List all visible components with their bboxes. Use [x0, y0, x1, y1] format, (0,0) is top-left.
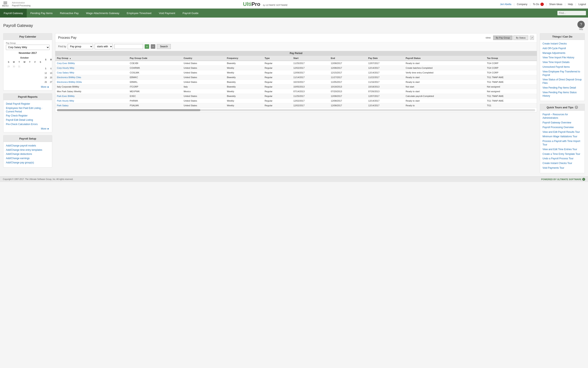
tour-link-1[interactable]: Payroll Gateway Overview — [542, 121, 582, 124]
horizontal-scrollbar[interactable] — [57, 109, 535, 111]
cal-day[interactable] — [38, 64, 43, 69]
thing-link-9[interactable]: View Pending Pay Items Status History — [542, 91, 582, 98]
nav-item-payroll-gateway[interactable]: Payroll Gateway — [0, 9, 27, 18]
tour-link-6[interactable]: View and Edit Time Entries Tour — [542, 148, 582, 151]
table-cell: Not start — [404, 84, 485, 89]
pay-group-link[interactable]: Park Salary — [57, 104, 69, 107]
pay-group-link[interactable]: Corp Salary Wkly — [57, 71, 74, 74]
table-scroll[interactable]: Pay Group ▲ Pay Group Code Country Frequ… — [55, 56, 537, 108]
powered-by-icon: i — [582, 178, 585, 181]
cal-day[interactable]: 30 — [11, 64, 17, 69]
setup-link-5[interactable]: Add/Change pay group(s) — [6, 161, 50, 165]
thing-link-2[interactable]: Manage Adjustments — [542, 51, 582, 55]
setup-link-2[interactable]: Add/Change time entry templates — [6, 148, 50, 152]
breadcrumb: Administration Payroll Processing — [12, 1, 30, 7]
pay-group-link[interactable]: Park Exec BiWkly — [57, 95, 75, 97]
col-payroll-status[interactable]: Payroll Status — [404, 56, 485, 61]
tour-link-3[interactable]: View and Edit Payroll Results Tour — [542, 130, 582, 134]
pay-group-link[interactable]: Electronics BiWkly DDAs — [57, 81, 82, 83]
setup-link-1[interactable]: Add/Change payroll models — [6, 144, 50, 147]
pay-group-link[interactable]: Corp Exec BiWkly — [57, 62, 75, 64]
menu-button[interactable]: MENU — [2, 2, 9, 7]
pay-group-select[interactable]: Corp Salary Wkly — [6, 45, 50, 50]
thing-link-4[interactable]: View Time Import Details — [542, 61, 582, 64]
nav-item-retroactive[interactable]: Retroactive Pay — [56, 9, 83, 18]
tour-link-8[interactable]: Undo a Payroll Process Tour — [542, 157, 582, 160]
col-pay-date[interactable]: Pay Date — [367, 56, 404, 61]
col-pay-group-code[interactable]: Pay Group Code — [128, 56, 182, 61]
find-text-input[interactable] — [114, 44, 143, 49]
table-row: Park Exec BiWklyEXECUnited StatesBiweekl… — [55, 94, 537, 99]
reports-more[interactable]: More ► — [6, 127, 50, 130]
pay-period-header: Pay Period — [55, 51, 537, 56]
process-pay-panel: Process Pay view: By Pay Group By Status… — [55, 33, 537, 112]
report-link-4[interactable]: Payroll Edit Detail Listing — [6, 118, 50, 122]
table-cell: ITCORP — [128, 84, 182, 89]
table-cell: Regular — [263, 94, 292, 99]
day-header: M — [11, 60, 17, 64]
thing-link-1[interactable]: Add Off-Cycle Payroll — [542, 47, 582, 50]
tour-link-5[interactable]: Process a Payroll with Time Import Tour — [542, 139, 582, 147]
table-row: Italy Corporate BiWklyITCORPItalyBiweekl… — [55, 84, 537, 89]
find-remove-button[interactable]: − — [151, 44, 155, 49]
view-tab-by-group[interactable]: By Pay Group — [493, 36, 512, 40]
logout-link[interactable]: Logout — [579, 3, 586, 6]
nav-search-input[interactable] — [557, 11, 586, 15]
report-link-3[interactable]: Pay Check Register — [6, 114, 50, 118]
share-ideas-link[interactable]: Share Ideas — [549, 3, 562, 6]
thing-link-8[interactable]: View Pending Pay Items Detail — [542, 86, 582, 90]
table-cell: TG1 TMAP AWE — [485, 75, 537, 80]
tour-link-7[interactable]: Create a Time Entry Template Tour — [542, 152, 582, 156]
pay-group-link[interactable]: Electronics BiWkly Chks — [57, 76, 81, 79]
nav-item-employee-timesheet[interactable]: Employee Timesheet — [123, 9, 155, 18]
top-bar: MENU Administration Payroll Processing U… — [0, 0, 588, 9]
find-by-select[interactable]: Pay group Pay Group Code Country Frequen… — [68, 44, 93, 49]
cal-day[interactable] — [27, 64, 32, 69]
col-country[interactable]: Country — [182, 56, 225, 61]
col-pay-group[interactable]: Pay Group ▲ — [55, 56, 128, 61]
thing-link-5[interactable]: Unresolved Payroll Items — [542, 65, 582, 69]
col-tax-group[interactable]: Tax Group — [485, 56, 537, 61]
col-type[interactable]: Type — [263, 56, 292, 61]
col-end[interactable]: End — [329, 56, 367, 61]
pay-group-link[interactable]: Corp Hourly Wkly — [57, 67, 74, 69]
cal-day[interactable]: 31 — [17, 64, 22, 69]
nav-item-void-payment[interactable]: Void Payment — [155, 9, 179, 18]
table-cell: EXEC — [128, 94, 182, 99]
todo-section[interactable]: To Do 1 — [533, 3, 544, 6]
filter-select[interactable]: starts with contains equals — [95, 44, 113, 49]
thing-link-3[interactable]: View Time Import File History — [542, 56, 582, 59]
company-link[interactable]: Company — [517, 3, 527, 6]
tour-link-0[interactable]: Payroll – Resources for Administrators — [542, 113, 582, 120]
report-link-2[interactable]: Employees Not Paid Edit Listing - Curren… — [6, 107, 50, 113]
thing-link-0[interactable]: Create Instant Checks — [542, 42, 582, 46]
nav-item-payroll-guide[interactable]: Payroll Guide — [179, 9, 202, 18]
calendar-more[interactable]: More ► — [6, 85, 50, 88]
setup-link-3[interactable]: Add/Change deductions — [6, 152, 50, 156]
tour-link-10[interactable]: Void Payments Tour — [542, 166, 582, 170]
view-expand-button[interactable]: ↗ — [530, 36, 534, 40]
find-add-button[interactable]: + — [145, 44, 149, 49]
nav-item-wage-attachments[interactable]: Wage Attachments Gateway — [83, 9, 123, 18]
tour-link-2[interactable]: Payroll Processing Overview — [542, 126, 582, 129]
thing-link-6[interactable]: View Employee Pay Transferred to Payroll — [542, 70, 582, 77]
help-button[interactable]: ? — [577, 21, 585, 28]
user-name[interactable]: Jeri Abella — [500, 3, 511, 6]
cal-day[interactable] — [32, 64, 38, 69]
nav-item-pending-pay[interactable]: Pending Pay Items — [27, 9, 56, 18]
cal-day[interactable] — [22, 64, 27, 69]
report-link-1[interactable]: Detail Payroll Register — [6, 102, 50, 106]
search-button[interactable]: Search — [157, 44, 171, 49]
cal-day[interactable]: 29 — [6, 64, 11, 69]
setup-link-4[interactable]: Add/Change earnings — [6, 157, 50, 160]
tour-link-9[interactable]: Create Instant Checks Tour — [542, 162, 582, 165]
help-link[interactable]: Help — [568, 3, 573, 6]
tours-help-icon[interactable]: ? — [575, 106, 578, 109]
report-link-5[interactable]: Pre-Check Calculation Errors — [6, 123, 50, 126]
view-tab-by-status[interactable]: By Status — [513, 36, 528, 40]
pay-group-link[interactable]: Park Hourly Wkly — [57, 100, 74, 102]
col-frequency[interactable]: Frequency — [225, 56, 263, 61]
tour-link-4[interactable]: Minimum Wage Validations Tour — [542, 135, 582, 138]
thing-link-7[interactable]: View Status of Direct Deposit Group File… — [542, 78, 582, 85]
col-start[interactable]: Start — [292, 56, 329, 61]
